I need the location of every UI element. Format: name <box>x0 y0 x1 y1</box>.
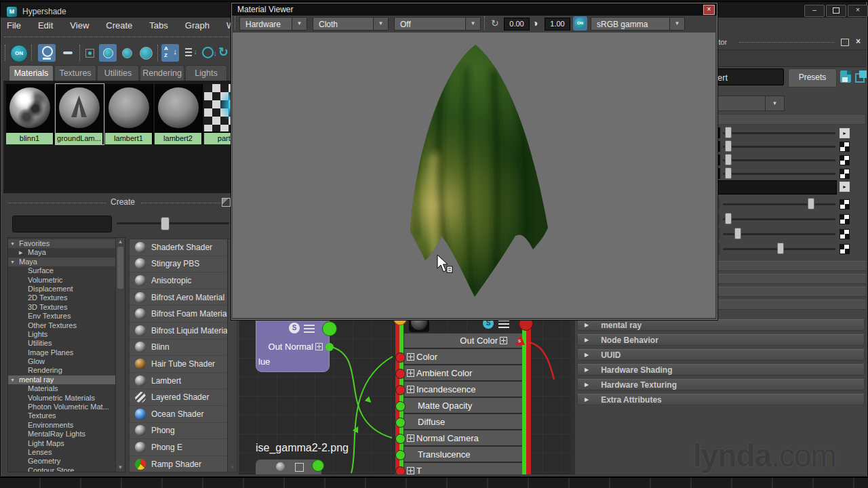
attr-row-normal-camera[interactable]: Normal Camera <box>404 430 522 445</box>
slider-track[interactable] <box>723 218 835 220</box>
on-toggle-button[interactable]: ON <box>10 45 28 62</box>
slider-track[interactable] <box>723 132 835 134</box>
swatch-size-slider[interactable] <box>117 222 229 224</box>
map-assign-icon[interactable]: ► <box>840 182 850 192</box>
section-hardware-texturing[interactable]: ▶Hardware Texturing <box>577 379 865 390</box>
sort-alphabetical-button[interactable]: A Z ↓ <box>161 44 179 62</box>
material-viewer-close-button[interactable]: × <box>703 5 715 15</box>
menu-tabs[interactable]: Tabs <box>149 20 167 33</box>
dotted-drag-area[interactable] <box>739 42 834 43</box>
tree-item-glow[interactable]: Glow <box>8 357 115 366</box>
section-node-behavior[interactable]: ▶Node Behavior <box>577 334 865 346</box>
shader-stingray-pbs[interactable]: Stingray PBS <box>130 256 237 273</box>
colorspace-dropdown[interactable]: sRGB gamma▼ <box>591 17 685 30</box>
file-output-port[interactable] <box>312 460 324 472</box>
create-search-input[interactable] <box>12 216 112 232</box>
tree-item-mental-ray[interactable]: ▼mental ray <box>8 375 115 384</box>
tree-item-surface[interactable]: Surface <box>8 266 115 275</box>
menu-view[interactable]: View <box>70 20 89 33</box>
slider-track[interactable] <box>723 146 835 148</box>
copy-tab-icon[interactable] <box>855 70 867 83</box>
red-input-port[interactable] <box>395 385 406 395</box>
color-management-toggle[interactable]: ON <box>573 16 587 30</box>
save-swatch-icon[interactable] <box>840 70 851 83</box>
tree-item-image-planes[interactable]: Image Planes <box>8 348 115 357</box>
tab-lights[interactable]: Lights <box>185 65 227 81</box>
chevron-down-icon[interactable]: ▼ <box>10 239 15 248</box>
menu-edit[interactable]: Edit <box>38 20 53 33</box>
tree-item-env-textures[interactable]: Env Textures <box>8 312 115 321</box>
texture-map-icon[interactable] <box>840 169 850 179</box>
slider-handle[interactable] <box>777 243 784 254</box>
section-extra-attributes[interactable]: ▶Extra Attributes <box>577 394 865 405</box>
menu-create[interactable]: Create <box>106 20 132 33</box>
chevron-down-icon[interactable]: ▼ <box>292 18 307 30</box>
material-viewer-window[interactable]: Material Viewer × Hardware▼ Cloth▼ Off▼ … <box>231 3 717 320</box>
focus-dropdown-arrow[interactable]: ▼ <box>765 96 785 111</box>
green-input-port[interactable] <box>395 418 406 428</box>
toolbar-grip[interactable] <box>484 16 488 30</box>
tree-item-3d-textures[interactable]: 3D Textures <box>8 303 115 312</box>
minimize-button[interactable]: – <box>804 5 825 17</box>
shader-bifrost-liquid-material[interactable]: Bifrost Liquid Material <box>130 323 237 340</box>
expand-plus-icon[interactable] <box>407 353 414 361</box>
tree-item-displacement[interactable]: Displacement <box>8 285 115 293</box>
texture-map-icon[interactable] <box>840 142 850 152</box>
collapsed-attribute-bar[interactable] <box>717 274 866 284</box>
tab-rendering[interactable]: Rendering <box>140 65 184 81</box>
tree-item-materials[interactable]: Materials <box>8 384 115 393</box>
shader-lambert[interactable]: Lambert <box>130 373 237 390</box>
exposure-field[interactable]: 0.00 <box>504 18 530 30</box>
contrast-icon[interactable]: ◑ <box>532 18 538 28</box>
color-ramp-bar[interactable] <box>717 180 837 195</box>
green-input-port[interactable] <box>395 401 406 411</box>
toolbar-grip[interactable] <box>5 45 8 61</box>
chevron-right-icon[interactable]: ▶ <box>19 248 22 257</box>
slider-track[interactable] <box>723 159 835 161</box>
slider-track[interactable] <box>723 203 835 205</box>
tab-utilities[interactable]: Utilities <box>97 65 139 81</box>
shader-blinn[interactable]: Blinn <box>130 340 237 357</box>
menu-graph[interactable]: Graph <box>185 20 210 33</box>
tree-item-light-maps[interactable]: Light Maps <box>8 439 115 448</box>
tree-item-maya[interactable]: ▶Maya <box>8 248 115 257</box>
expand-plus-icon[interactable] <box>407 369 414 377</box>
popout-icon[interactable] <box>222 198 231 207</box>
chevron-down-icon[interactable]: ▼ <box>10 375 15 384</box>
shader-bifrost-foam-material[interactable]: Bifrost Foam Material <box>130 306 237 323</box>
toolbar-grip[interactable] <box>31 45 35 61</box>
shader-hair-tube-shader[interactable]: Hair Tube Shader <box>130 356 237 373</box>
material-swatch[interactable]: lambert1 <box>104 83 154 145</box>
tree-item-lights[interactable]: Lights <box>8 330 115 339</box>
tree-item-environments[interactable]: Environments <box>8 421 115 430</box>
out-color-row[interactable]: Out Color <box>404 333 522 348</box>
flat-display-button[interactable] <box>59 44 77 62</box>
shader-anisotropic[interactable]: Anisotropic <box>130 272 237 289</box>
attr-row-ambient-color[interactable]: Ambient Color <box>404 365 522 380</box>
expand-plus-icon[interactable] <box>407 386 414 393</box>
tab-materials[interactable]: Materials <box>9 65 54 81</box>
lambert-material-node[interactable]: S Out Color s ColorAmbient ColorIncandes… <box>392 308 532 474</box>
tree-item-geometry[interactable]: Geometry <box>8 457 115 466</box>
geometry-dropdown[interactable]: Cloth▼ <box>313 17 389 30</box>
sort-order-button[interactable]: ↓ <box>182 44 199 62</box>
shader-shaderfx-shader[interactable]: Shaderfx Shader <box>130 239 237 256</box>
swatch-size-small-button[interactable] <box>85 49 94 58</box>
attr-row-color[interactable]: Color <box>404 349 522 364</box>
scroll-down-icon[interactable]: ▼ <box>228 464 237 472</box>
tree-item-maya[interactable]: ▼Maya <box>8 258 115 266</box>
expand-plus-icon[interactable] <box>407 434 414 442</box>
expand-plus-icon[interactable] <box>500 337 507 344</box>
menu-file[interactable]: File <box>7 20 21 33</box>
tree-item-volumetric[interactable]: Volumetric <box>8 276 115 285</box>
scroll-down-icon[interactable]: ▼ <box>116 464 125 472</box>
green-input-port[interactable] <box>395 434 406 444</box>
close-panel-icon[interactable]: × <box>856 37 861 46</box>
out-normal-row[interactable]: Out Normal <box>258 342 323 352</box>
out-normal-port[interactable] <box>326 343 334 351</box>
refresh-swatches-icon[interactable]: ↻ <box>218 45 229 60</box>
node-output-port[interactable] <box>322 321 337 336</box>
attr-row-incandescence[interactable]: Incandescence <box>404 382 522 396</box>
texture-map-icon[interactable] <box>840 199 850 209</box>
chevron-down-icon[interactable]: ▼ <box>669 18 684 30</box>
